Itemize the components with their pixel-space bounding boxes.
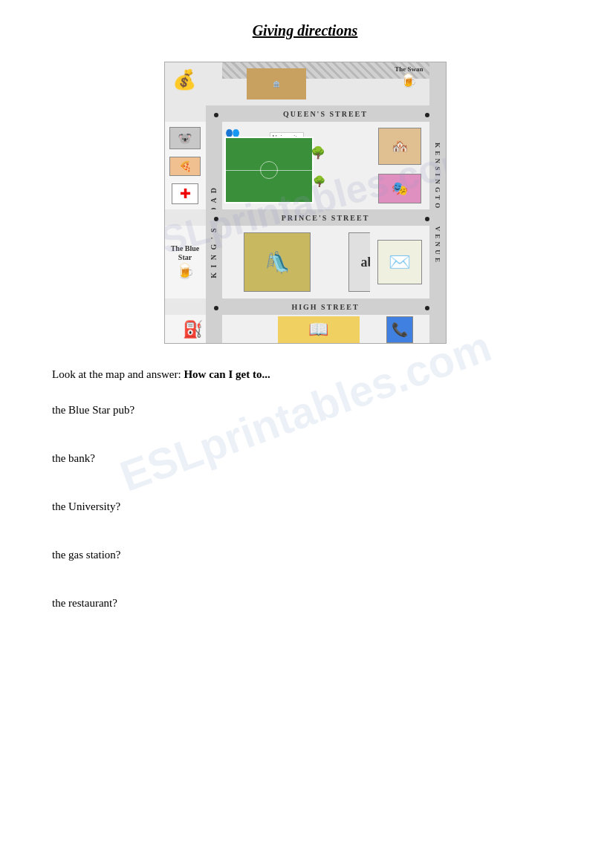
dot-high-kensington (425, 306, 429, 310)
map-container: ESLprintables.com 💰 🏛️ The Swan 🍺 QUEEN'… (164, 62, 447, 344)
playground-icon: 🛝 (244, 232, 311, 292)
tree-icon: 🌳 (311, 146, 325, 160)
gas-station-icon: ⛽ (183, 320, 203, 339)
row3-right: 📞 (370, 315, 429, 344)
instruction-text: Look at the map and answer: How can I ge… (52, 366, 558, 383)
building-icon: 🏘️ (378, 128, 421, 165)
question-5: the restaurant? (52, 597, 558, 610)
bank-building: 🏛️ (247, 68, 306, 99)
restaurant-icon: 📖 (278, 316, 360, 343)
post-office-icon: ✉️ (377, 240, 422, 284)
dot-queens-kensington (425, 113, 429, 117)
hospital-icon: ✚ (172, 183, 198, 204)
phone-box-icon: 📞 (386, 316, 413, 343)
princes-street-label: PRINCE'S STREET (206, 209, 446, 226)
row2-right: ✉️ (370, 226, 429, 298)
queens-street-label: QUEEN'S STREET (206, 105, 446, 122)
blue-star-pub-area: The Blue Star 🍺 (165, 226, 206, 298)
pizza-icon: 🍕 (169, 157, 201, 176)
dot-high-kings (214, 306, 218, 310)
question-3: the University? (52, 500, 558, 513)
theater-icon: 🎭 (378, 174, 421, 203)
dot-queens-kings (214, 113, 218, 117)
blue-star-label: The Blue Star (168, 244, 203, 262)
tree-icon-2: 🌳 (313, 175, 325, 188)
page-title: Giving directions (45, 22, 565, 39)
animal-icon: 🐨 (169, 127, 201, 149)
blue-star-icon: 🍺 (176, 262, 195, 280)
dot-princes-kings (214, 217, 218, 221)
questions-section: Look at the map and answer: How can I ge… (45, 366, 565, 610)
question-2: the bank? (52, 452, 558, 465)
swan-pub-label: The Swan 🍺 (395, 65, 423, 89)
money-bag-icon: 💰 (172, 68, 196, 91)
dot-princes-kensington (425, 217, 429, 221)
high-street-label: HIGH STREET (206, 298, 446, 315)
right-block-row1: 🏘️ 🎭 (370, 122, 429, 209)
football-pitch: 🌳 🌳 (224, 137, 314, 203)
map: ESLprintables.com 💰 🏛️ The Swan 🍺 QUEEN'… (164, 62, 447, 344)
question-1: the Blue Star pub? (52, 404, 558, 417)
question-4: the gas station? (52, 549, 558, 561)
left-block-row1: 🐨 🍕 ✚ (165, 122, 206, 209)
